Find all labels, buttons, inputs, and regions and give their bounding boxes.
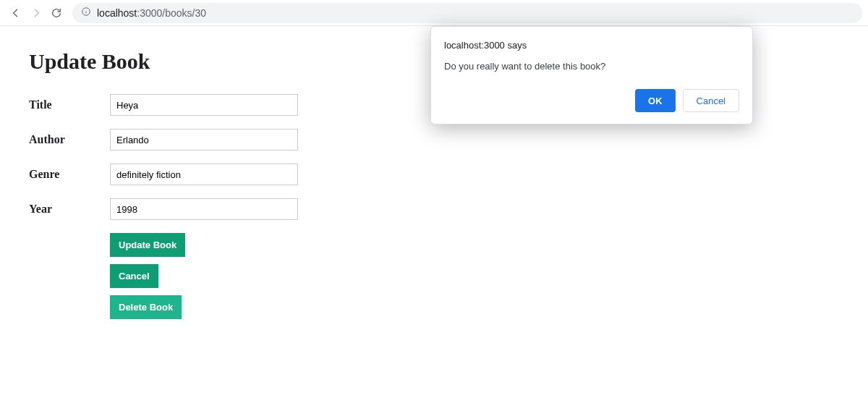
- label-year: Year: [29, 203, 110, 216]
- dialog-ok-button[interactable]: OK: [635, 89, 676, 112]
- field-row-genre: Genre: [29, 164, 839, 185]
- button-column: Update Book Cancel Delete Book: [110, 233, 839, 319]
- dialog-cancel-button[interactable]: Cancel: [683, 89, 739, 112]
- delete-book-button[interactable]: Delete Book: [110, 295, 182, 319]
- reload-icon[interactable]: [46, 3, 67, 23]
- url-path: :3000/books/30: [137, 7, 206, 19]
- url-text: localhost:3000/books/30: [97, 7, 206, 19]
- confirm-dialog: localhost:3000 says Do you really want t…: [430, 26, 753, 124]
- label-title: Title: [29, 98, 110, 111]
- site-info-icon[interactable]: [81, 7, 91, 19]
- input-year[interactable]: [110, 198, 298, 220]
- address-bar[interactable]: localhost:3000/books/30: [72, 3, 862, 23]
- input-genre[interactable]: [110, 164, 298, 185]
- input-title[interactable]: [110, 94, 298, 116]
- field-row-year: Year: [29, 198, 839, 220]
- dialog-origin: localhost:3000 says: [444, 40, 739, 51]
- update-book-button[interactable]: Update Book: [110, 233, 185, 257]
- cancel-button[interactable]: Cancel: [110, 264, 158, 288]
- dialog-message: Do you really want to delete this book?: [444, 61, 739, 72]
- input-author[interactable]: [110, 129, 298, 151]
- browser-toolbar: localhost:3000/books/30: [0, 0, 868, 26]
- url-host: localhost: [97, 7, 137, 19]
- dialog-actions: OK Cancel: [444, 89, 739, 112]
- back-icon[interactable]: [6, 3, 26, 23]
- label-genre: Genre: [29, 168, 110, 181]
- label-author: Author: [29, 133, 110, 146]
- forward-icon[interactable]: [26, 3, 46, 23]
- field-row-author: Author: [29, 129, 839, 151]
